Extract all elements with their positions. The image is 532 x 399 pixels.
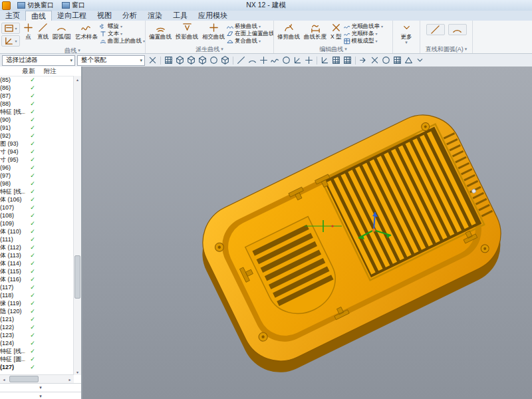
datum-icon[interactable]: ▾ [1,35,20,47]
arc-tool-icon[interactable] [247,55,258,65]
uptodate-check-icon[interactable]: ✓ [25,364,40,370]
ribbon-button[interactable]: 投影曲线 [174,22,200,40]
titlebar-button[interactable]: 窗口 [58,0,89,11]
tree-row[interactable]: 体 (106) ✓ [0,196,74,203]
group-label-edit-curve[interactable]: 编辑曲线▾ [274,45,392,53]
graphics-viewport[interactable] [82,66,532,399]
uptodate-check-icon[interactable]: ✓ [25,292,40,299]
uptodate-check-icon[interactable]: ✓ [25,244,40,251]
ribbon-small-button[interactable]: 光顺曲线串 ▾ [344,23,384,30]
ribbon-small-button[interactable]: 在面上偏置曲线 ▾ [227,30,274,37]
ribbon-button[interactable]: 曲线长度 [302,22,329,40]
uptodate-check-icon[interactable]: ✓ [25,188,40,195]
fit-window-icon[interactable] [186,55,197,65]
ribbon-button[interactable]: 点 [21,22,35,40]
tree-row[interactable]: (87) ✓ [0,92,74,100]
uptodate-check-icon[interactable]: ✓ [25,260,40,267]
tree-row[interactable]: 体 (113) ✓ [0,251,74,259]
tree-row[interactable]: (86) ✓ [0,84,74,92]
more-tools-icon[interactable] [414,55,426,65]
tree-row[interactable]: (118) ✓ [0,291,74,299]
uptodate-check-icon[interactable]: ✓ [25,148,40,155]
snap-point-icon[interactable] [369,55,380,65]
point-tool-icon[interactable] [258,55,269,65]
ribbon-button[interactable]: X 型 [329,22,344,40]
scrollbar-thumb[interactable] [74,255,80,299]
wireframe-view-icon[interactable] [208,55,219,65]
ribbon-small-button[interactable]: 桥接曲线 ▾ [227,23,274,30]
ribbon-button[interactable]: 圆弧/圆 [51,22,73,40]
tree-row[interactable]: (90) ✓ [0,116,74,124]
group-label-line-arc[interactable]: 直线和圆弧(A)▾ [420,45,472,53]
spline-tool-icon[interactable] [269,55,281,65]
ribbon-tab[interactable]: 工具 [168,11,193,21]
uptodate-check-icon[interactable]: ✓ [25,212,40,219]
uptodate-check-icon[interactable]: ✓ [25,172,40,179]
navigator-vertical-scrollbar[interactable]: ▴ ▾ [73,76,81,375]
column-latest[interactable]: 最新 [20,67,37,76]
tree-row[interactable]: (92) ✓ [0,132,74,140]
viewport-3d-canvas[interactable] [82,66,532,399]
tree-row[interactable]: (122) ✓ [0,323,74,331]
datum-csys-icon[interactable] [319,55,331,65]
tree-row[interactable]: 体 (114) ✓ [0,259,74,267]
tree-row[interactable]: 特征 [线... ✓ [0,108,74,116]
uptodate-check-icon[interactable]: ✓ [25,140,40,147]
scrollbar-thumb[interactable] [9,376,39,382]
selection-scope-icon[interactable] [147,55,158,65]
uptodate-check-icon[interactable]: ✓ [25,340,40,346]
ribbon-button[interactable]: 艺术样条 [73,22,100,40]
uptodate-check-icon[interactable]: ✓ [25,300,40,307]
tree-row[interactable]: (121) ✓ [0,315,74,323]
tree-row[interactable]: (109) ✓ [0,219,74,227]
ribbon-tab[interactable]: 逆向工程 [52,11,92,21]
tree-row[interactable]: (88) ✓ [0,100,74,108]
toolbar-icon[interactable] [231,55,235,65]
menu-icon[interactable] [163,55,174,65]
uptodate-check-icon[interactable]: ✓ [25,76,40,83]
ribbon-button[interactable]: 相交曲线 [200,22,227,40]
tree-row[interactable]: 寸 (95) ✓ [0,156,74,164]
uptodate-check-icon[interactable]: ✓ [25,276,40,283]
toolbar-icon[interactable] [158,55,163,65]
uptodate-check-icon[interactable]: ✓ [25,180,40,187]
uptodate-check-icon[interactable]: ✓ [25,204,40,211]
tree-row[interactable]: (124) ✓ [0,339,74,347]
uptodate-check-icon[interactable]: ✓ [25,356,40,362]
uptodate-check-icon[interactable]: ✓ [25,220,40,227]
uptodate-check-icon[interactable]: ✓ [25,252,40,259]
ribbon-small-button[interactable]: 曲面上的曲线 ▾ [100,37,145,45]
ribbon-button[interactable]: 修剪曲线 [275,22,302,40]
tree-row[interactable]: 体 (116) ✓ [0,275,74,283]
uptodate-check-icon[interactable]: ✓ [25,308,40,315]
uptodate-check-icon[interactable]: ✓ [25,108,40,115]
tree-row[interactable]: 特征 [线... ✓ [0,347,74,355]
tree-row[interactable]: 隐 (120) ✓ [0,307,74,315]
tree-row[interactable]: 体 (115) ✓ [0,267,74,275]
selection-filter-dropdown[interactable]: 选择过滤器▾ [2,55,75,66]
window-tool-icon[interactable] [392,55,403,65]
tree-row[interactable]: 缘 (119) ✓ [0,299,74,307]
tree-row[interactable]: (91) ✓ [0,124,74,132]
titlebar-button[interactable]: 切换窗口 [13,0,58,11]
ribbon-tab[interactable]: 渲染 [142,11,168,21]
part-navigator-icon[interactable] [403,55,414,65]
uptodate-check-icon[interactable]: ✓ [25,236,40,243]
tree-row[interactable]: 寸 (94) ✓ [0,148,74,156]
toolbar-icon[interactable] [315,55,319,65]
navigator-horizontal-scrollbar[interactable]: ◂ ▸ [0,374,74,383]
ribbon-small-button[interactable]: 光顺样条 ▾ [344,30,384,37]
scroll-left-icon[interactable]: ◂ [0,377,8,382]
ribbon-small-button[interactable]: 模板成型 ▾ [344,37,384,45]
uptodate-check-icon[interactable]: ✓ [25,92,40,99]
line-tool-icon[interactable] [235,55,247,65]
tree-row[interactable]: (107) ✓ [0,203,74,211]
uptodate-check-icon[interactable]: ✓ [25,228,40,235]
layer-settings-icon[interactable] [342,55,353,65]
uptodate-check-icon[interactable]: ✓ [25,316,40,323]
scroll-up-icon[interactable]: ▴ [74,76,81,82]
tree-row[interactable]: 特征 [圆... ✓ [0,355,74,363]
uptodate-check-icon[interactable]: ✓ [25,116,40,123]
scroll-down-icon[interactable]: ▾ [74,368,81,375]
tree-row[interactable]: 图 (93) ✓ [0,140,74,148]
